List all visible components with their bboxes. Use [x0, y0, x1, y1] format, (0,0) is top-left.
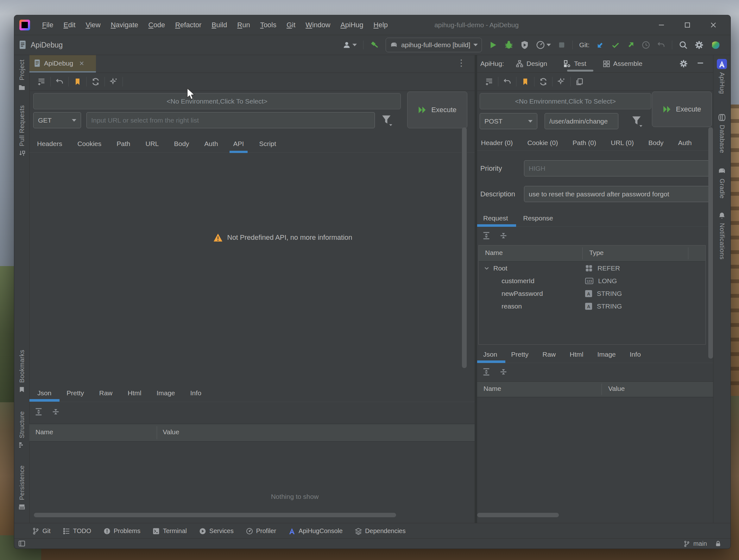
sidebar-item-database[interactable]: Database	[713, 113, 730, 153]
profiler-button[interactable]	[536, 40, 551, 50]
close-icon[interactable]	[79, 60, 85, 66]
add-config-icon[interactable]	[480, 76, 498, 88]
coverage-shield-icon[interactable]	[520, 40, 530, 50]
execute-button[interactable]: Execute	[407, 92, 467, 128]
column-divider[interactable]	[602, 384, 602, 395]
tab-cookies[interactable]: Cookies	[77, 140, 101, 148]
priority-input[interactable]	[524, 160, 711, 176]
expand-all-icon[interactable]	[482, 231, 491, 240]
tab-url-count[interactable]: URL (0)	[611, 139, 634, 147]
url-input[interactable]	[87, 112, 375, 128]
tab-headers[interactable]: Headers	[37, 140, 62, 148]
tab-raw[interactable]: Raw	[99, 389, 112, 397]
tab-test[interactable]: Test	[563, 59, 586, 68]
tab-request[interactable]: Request	[483, 215, 508, 222]
undo-icon[interactable]	[498, 76, 516, 88]
menu-tools[interactable]: Tools	[255, 20, 282, 30]
menu-code[interactable]: Code	[143, 20, 170, 30]
filter-funnel-icon[interactable]	[630, 114, 643, 128]
tab-api[interactable]: API	[233, 140, 244, 148]
toolwindow-todo[interactable]: TODO	[63, 527, 91, 535]
menu-view[interactable]: View	[81, 20, 106, 30]
column-divider[interactable]	[688, 247, 688, 259]
tab-script[interactable]: Script	[259, 140, 276, 148]
column-divider[interactable]	[157, 426, 157, 439]
api-path-input[interactable]	[545, 113, 618, 129]
ide-services-sphere-icon[interactable]	[710, 39, 721, 50]
sidebar-item-gradle[interactable]: Gradle	[713, 167, 730, 198]
vertical-scrollbar[interactable]	[462, 127, 467, 368]
tab-body[interactable]: Body	[648, 139, 663, 147]
tab-json[interactable]: Json	[37, 389, 51, 397]
collapse-all-icon[interactable]	[499, 231, 508, 240]
environment-selector[interactable]: <No Environment,Click To Select>	[33, 93, 401, 109]
menu-run[interactable]: Run	[232, 20, 255, 30]
search-icon[interactable]	[679, 40, 688, 50]
schema-col-name[interactable]: Name	[485, 249, 503, 257]
ai-sparkle-icon[interactable]	[553, 76, 570, 88]
result-col-name[interactable]: Name	[483, 385, 501, 393]
tab-path-count[interactable]: Path (0)	[572, 139, 596, 147]
build-hammer-icon[interactable]	[370, 40, 379, 50]
bookmark-flag-icon[interactable]	[69, 76, 87, 88]
schema-row-reason[interactable]: reason A STRING	[479, 300, 706, 313]
rollback-icon[interactable]	[657, 40, 666, 49]
collapse-all-icon[interactable]	[499, 368, 508, 376]
panel-settings-gear-icon[interactable]	[679, 59, 688, 68]
toolwindow-apihugconsole[interactable]: ApiHugConsole	[288, 527, 342, 535]
http-method-select[interactable]: POST	[480, 113, 537, 129]
tab-pretty[interactable]: Pretty	[511, 351, 529, 358]
stop-icon[interactable]	[557, 40, 566, 49]
menu-file[interactable]: File	[37, 20, 58, 30]
tab-design[interactable]: Design	[515, 59, 547, 68]
add-config-icon[interactable]	[33, 76, 50, 88]
http-method-select[interactable]: GET	[33, 112, 81, 128]
tab-apidebug[interactable]: ApiDebug	[29, 55, 96, 71]
copy-icon[interactable]	[571, 76, 588, 88]
toolwindow-dependencies[interactable]: Dependencies	[354, 527, 406, 535]
toolwindow-terminal[interactable]: Terminal	[152, 527, 187, 535]
user-profile-button[interactable]	[342, 40, 357, 49]
environment-selector[interactable]: <No Environment,Click To Select>	[480, 93, 651, 109]
close-button[interactable]	[710, 21, 717, 29]
tab-auth[interactable]: Auth	[678, 139, 692, 147]
result-col-name[interactable]: Name	[35, 428, 53, 436]
git-update-icon[interactable]	[596, 40, 605, 49]
collapse-all-icon[interactable]	[51, 407, 60, 416]
menu-refactor[interactable]: Refactor	[170, 20, 206, 30]
schema-row-customerid[interactable]: customerId 123 LONG	[479, 275, 706, 287]
debug-bug-icon[interactable]	[504, 40, 513, 50]
horizontal-scrollbar[interactable]	[477, 513, 559, 517]
menu-apihug[interactable]: ApiHug	[335, 20, 368, 30]
tab-html[interactable]: Html	[128, 389, 141, 397]
tab-image[interactable]: Image	[597, 351, 615, 358]
tab-auth[interactable]: Auth	[204, 140, 218, 148]
tab-json[interactable]: Json	[483, 351, 497, 358]
menu-help[interactable]: Help	[368, 20, 393, 30]
tab-assemble[interactable]: Assemble	[602, 59, 642, 68]
lock-icon[interactable]	[715, 540, 722, 547]
settings-gear-icon[interactable]	[694, 40, 704, 50]
menu-edit[interactable]: Edit	[58, 20, 81, 30]
toolwindow-toggle-icon[interactable]	[18, 540, 26, 547]
more-options-kebab-icon[interactable]: ⋮	[457, 58, 466, 68]
execute-button[interactable]: Execute	[652, 92, 712, 127]
menu-navigate[interactable]: Navigate	[106, 20, 143, 30]
menu-build[interactable]: Build	[206, 20, 232, 30]
toolwindow-problems[interactable]: Problems	[103, 527, 140, 535]
tab-response[interactable]: Response	[523, 215, 553, 222]
vertical-scrollbar[interactable]	[708, 127, 713, 359]
tab-image[interactable]: Image	[156, 389, 175, 397]
hide-panel-icon[interactable]	[696, 59, 705, 67]
result-col-value[interactable]: Value	[163, 428, 179, 436]
git-push-icon[interactable]	[626, 40, 635, 49]
expand-all-icon[interactable]	[482, 368, 491, 376]
tab-html[interactable]: Html	[570, 351, 583, 358]
result-col-value[interactable]: Value	[608, 385, 625, 393]
chevron-down-icon[interactable]	[483, 265, 490, 272]
schema-row-root[interactable]: Root REFER	[479, 262, 706, 275]
tab-path[interactable]: Path	[117, 140, 130, 148]
refresh-icon[interactable]	[535, 76, 552, 88]
refresh-icon[interactable]	[87, 76, 105, 88]
tab-pretty[interactable]: Pretty	[66, 389, 84, 397]
